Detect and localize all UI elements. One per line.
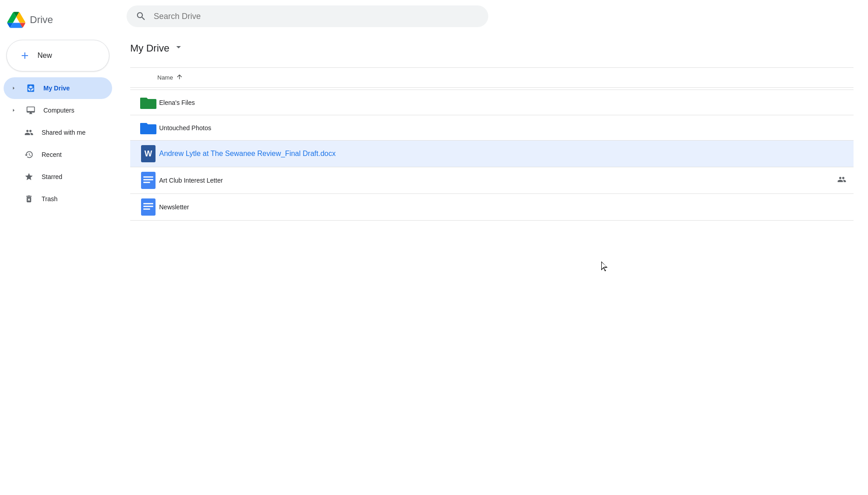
my-drive-icon — [25, 83, 36, 94]
sidebar-item-starred[interactable]: Starred — [4, 166, 112, 188]
recent-chevron-placeholder — [9, 150, 16, 159]
search-icon — [136, 11, 146, 22]
svg-rect-7 — [143, 208, 150, 210]
file-name-label: Elena's Files — [159, 99, 846, 106]
gdoc-icon — [137, 198, 159, 216]
header-divider — [130, 67, 854, 68]
page-title: My Drive — [130, 42, 170, 54]
new-plus-icon — [18, 48, 32, 63]
word-doc-icon: W — [137, 145, 159, 162]
search-bar-container — [116, 0, 868, 33]
logo-area: Drive — [0, 4, 116, 40]
recent-icon — [24, 149, 34, 160]
content-area: My Drive Name — [116, 33, 868, 495]
gdoc-icon — [137, 172, 159, 189]
sort-name-button[interactable]: Name — [157, 73, 183, 82]
new-button[interactable]: New — [6, 40, 109, 71]
sidebar-item-starred-label: Starred — [42, 173, 62, 180]
my-drive-chevron-icon — [9, 84, 18, 93]
sidebar-item-recent-label: Recent — [42, 151, 61, 158]
table-header: Name — [130, 70, 854, 85]
sidebar-item-my-drive[interactable]: My Drive — [4, 77, 112, 99]
sidebar-item-recent[interactable]: Recent — [4, 144, 112, 165]
trash-icon — [24, 193, 34, 204]
sidebar-item-trash-label: Trash — [42, 195, 57, 203]
column-divider — [130, 87, 854, 88]
file-row[interactable]: Newsletter — [130, 193, 854, 221]
sidebar-item-shared-with-me[interactable]: Shared with me — [4, 122, 112, 143]
search-input[interactable] — [154, 12, 479, 21]
search-bar[interactable] — [127, 5, 488, 27]
starred-chevron-placeholder — [9, 172, 16, 181]
sort-asc-icon — [176, 73, 183, 82]
new-button-label: New — [38, 52, 52, 60]
drive-header: My Drive — [130, 42, 854, 58]
starred-icon — [24, 171, 34, 182]
sidebar-item-my-drive-label: My Drive — [43, 85, 70, 92]
file-name-label: Andrew Lytle at The Sewanee Review_Final… — [159, 150, 846, 158]
computers-icon — [25, 105, 36, 116]
sort-column-label: Name — [157, 74, 173, 81]
shared-chevron-placeholder — [9, 128, 16, 137]
shared-with-me-icon — [24, 127, 34, 138]
file-row[interactable]: Elena's Files — [130, 90, 854, 115]
svg-rect-1 — [143, 176, 153, 178]
svg-rect-5 — [143, 203, 153, 204]
drive-title-dropdown-icon[interactable] — [173, 42, 184, 55]
file-name-label: Untouched Photos — [159, 124, 846, 132]
svg-rect-3 — [143, 182, 150, 183]
main-content: My Drive Name — [116, 0, 868, 495]
sidebar-item-shared-with-me-label: Shared with me — [42, 129, 85, 136]
svg-rect-6 — [143, 206, 153, 207]
sidebar-nav: My Drive Computers S — [0, 77, 116, 210]
folder-green-icon — [137, 96, 159, 109]
file-row[interactable]: W Andrew Lytle at The Sewanee Review_Fin… — [130, 140, 854, 167]
sidebar: Drive New — [0, 0, 116, 495]
file-row[interactable]: Untouched Photos — [130, 115, 854, 140]
sidebar-item-computers[interactable]: Computers — [4, 99, 112, 121]
trash-chevron-placeholder — [9, 194, 16, 203]
computers-chevron-icon — [9, 106, 18, 115]
shared-people-icon — [837, 175, 846, 186]
sidebar-item-computers-label: Computers — [43, 107, 74, 114]
file-name-label: Newsletter — [159, 203, 846, 211]
sidebar-item-trash[interactable]: Trash — [4, 188, 112, 210]
svg-rect-2 — [143, 179, 153, 180]
file-row[interactable]: Art Club Interest Letter — [130, 167, 854, 193]
file-name-label: Art Club Interest Letter — [159, 177, 834, 184]
app-title: Drive — [30, 14, 53, 26]
folder-blue-icon — [137, 121, 159, 135]
drive-logo-icon — [7, 11, 25, 29]
